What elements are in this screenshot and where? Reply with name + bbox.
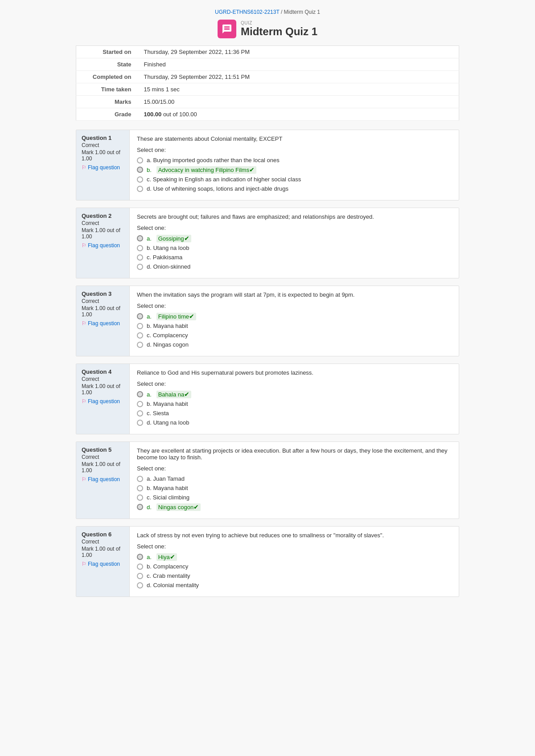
question-block-4: Question 4CorrectMark 1.00 out of 1.00⚐ … (76, 364, 459, 434)
option-radio-q5-1[interactable] (137, 476, 143, 482)
select-one-label-3: Select one: (137, 302, 452, 309)
info-label-grade: Grade (76, 108, 139, 121)
option-item-q3-2: b. Mayana habit (137, 323, 452, 329)
options-list-5: a. Juan Tamadb. Mayana habitc. Sicial cl… (137, 475, 452, 511)
option-item-q3-1: a. Filipino time✔ (137, 313, 452, 320)
quiz-icon (218, 20, 236, 38)
question-num-2: Question 2 (82, 212, 124, 219)
option-label-q3-1: a. Filipino time✔ (147, 313, 196, 320)
option-radio-q4-2[interactable] (137, 401, 143, 407)
option-item-q6-3: c. Crab mentality (137, 572, 452, 579)
select-one-label-6: Select one: (137, 543, 452, 550)
option-label-q1-2: b. Advocacy in watching Filipino Films✔ (147, 166, 256, 173)
option-radio-q2-4[interactable] (137, 264, 143, 270)
breadcrumb-course-link[interactable]: UGRD-ETHNS6102-2213T (215, 9, 280, 15)
question-status-5: Correct (82, 454, 124, 460)
option-radio-q6-1[interactable] (137, 554, 143, 560)
option-item-q3-3: c. Complacency (137, 332, 452, 339)
option-label-q4-3: c. Siesta (147, 410, 169, 417)
option-radio-q1-4[interactable] (137, 186, 143, 192)
option-radio-q3-1[interactable] (137, 313, 143, 319)
info-value-state: Finished (139, 58, 459, 71)
flag-question-6[interactable]: ⚐ Flag question (82, 561, 124, 567)
flag-question-1[interactable]: ⚐ Flag question (82, 164, 124, 171)
question-sidebar-4: Question 4CorrectMark 1.00 out of 1.00⚐ … (76, 364, 130, 434)
option-radio-q5-2[interactable] (137, 485, 143, 491)
option-item-q6-1: a. Hiya✔ (137, 553, 452, 560)
question-status-6: Correct (82, 539, 124, 545)
option-radio-q2-1[interactable] (137, 235, 143, 241)
option-radio-q1-3[interactable] (137, 176, 143, 183)
options-list-2: a. Gossiping✔b. Utang na loobc. Pakikisa… (137, 235, 452, 270)
question-content-3: When the invitation says the program wil… (130, 286, 459, 356)
question-block-3: Question 3CorrectMark 1.00 out of 1.00⚐ … (76, 286, 459, 356)
flag-question-5[interactable]: ⚐ Flag question (82, 476, 124, 482)
info-label-state: State (76, 58, 139, 71)
select-one-label-5: Select one: (137, 465, 452, 472)
option-radio-q3-4[interactable] (137, 342, 143, 348)
question-status-3: Correct (82, 298, 124, 304)
question-block-5: Question 5CorrectMark 1.00 out of 1.00⚐ … (76, 441, 459, 519)
option-radio-q4-4[interactable] (137, 420, 143, 426)
option-radio-q4-3[interactable] (137, 410, 143, 417)
quiz-header: QUIZ Midterm Quiz 1 (76, 20, 459, 38)
option-radio-q6-4[interactable] (137, 582, 143, 588)
question-content-6: Lack of stress by not even trying to ach… (130, 527, 459, 597)
info-row-grade: Grade 100.00 out of 100.00 (76, 108, 459, 121)
question-sidebar-5: Question 5CorrectMark 1.00 out of 1.00⚐ … (76, 442, 130, 519)
info-value-marks: 15.00/15.00 (139, 96, 459, 108)
option-item-q6-2: b. Complacency (137, 563, 452, 570)
option-radio-q6-2[interactable] (137, 564, 143, 570)
option-item-q4-2: b. Mayana habit (137, 400, 452, 407)
option-item-q5-4: d. Ningas cogon✔ (137, 503, 452, 511)
question-text-1: These are statements about Colonial ment… (137, 135, 452, 142)
grade-value: 100.00 (144, 111, 162, 118)
flag-question-3[interactable]: ⚐ Flag question (82, 320, 124, 327)
option-label-q1-3: c. Speaking in English as an indication … (147, 176, 301, 183)
option-item-q3-4: d. Ningas cogon (137, 341, 452, 348)
option-label-q1-1: a. Buying imported goods rather than the… (147, 157, 280, 163)
option-label-q5-4: d. Ningas cogon✔ (147, 503, 201, 511)
option-radio-q2-2[interactable] (137, 245, 143, 251)
question-content-4: Reliance to God and His supernatural pow… (130, 364, 459, 434)
options-list-6: a. Hiya✔b. Complacencyc. Crab mentalityd… (137, 553, 452, 588)
info-value-started: Thursday, 29 September 2022, 11:36 PM (139, 46, 459, 58)
option-label-q4-4: d. Utang na loob (147, 419, 189, 426)
question-text-5: They are excellent at starting projects … (137, 447, 452, 461)
info-row-state: State Finished (76, 58, 459, 71)
question-mark-4: Mark 1.00 out of 1.00 (82, 383, 124, 396)
question-mark-1: Mark 1.00 out of 1.00 (82, 149, 124, 162)
option-radio-q2-3[interactable] (137, 254, 143, 261)
option-label-q6-2: b. Complacency (147, 563, 188, 570)
option-radio-q5-3[interactable] (137, 494, 143, 501)
info-value-time: 15 mins 1 sec (139, 83, 459, 96)
options-list-3: a. Filipino time✔b. Mayana habitc. Compl… (137, 313, 452, 348)
question-text-3: When the invitation says the program wil… (137, 291, 452, 298)
breadcrumb-quiz: Midterm Quiz 1 (284, 9, 320, 15)
option-radio-q6-3[interactable] (137, 573, 143, 579)
question-block-2: Question 2CorrectMark 1.00 out of 1.00⚐ … (76, 208, 459, 278)
question-sidebar-6: Question 6CorrectMark 1.00 out of 1.00⚐ … (76, 527, 130, 597)
quiz-label: QUIZ (241, 20, 317, 25)
option-radio-q3-2[interactable] (137, 323, 143, 329)
option-radio-q1-2[interactable] (137, 167, 143, 173)
question-sidebar-3: Question 3CorrectMark 1.00 out of 1.00⚐ … (76, 286, 130, 356)
info-row-marks: Marks 15.00/15.00 (76, 96, 459, 108)
option-item-q1-4: d. Use of whitening soaps, lotions and i… (137, 185, 452, 192)
option-radio-q5-4[interactable] (137, 504, 143, 510)
flag-question-2[interactable]: ⚐ Flag question (82, 242, 124, 249)
question-text-4: Reliance to God and His supernatural pow… (137, 369, 452, 376)
question-content-5: They are excellent at starting projects … (130, 442, 459, 519)
option-radio-q4-1[interactable] (137, 391, 143, 397)
option-radio-q3-3[interactable] (137, 332, 143, 339)
option-item-q5-3: c. Sicial climbing (137, 494, 452, 501)
option-label-q3-2: b. Mayana habit (147, 323, 188, 329)
flag-question-4[interactable]: ⚐ Flag question (82, 398, 124, 405)
option-radio-q1-1[interactable] (137, 157, 143, 163)
option-label-q5-1: a. Juan Tamad (147, 475, 185, 482)
info-label-completed: Completed on (76, 71, 139, 83)
option-item-q1-3: c. Speaking in English as an indication … (137, 176, 452, 183)
option-label-q5-2: b. Mayana habit (147, 485, 188, 491)
option-item-q5-2: b. Mayana habit (137, 485, 452, 491)
options-list-4: a. Bahala na✔b. Mayana habitc. Siestad. … (137, 391, 452, 426)
